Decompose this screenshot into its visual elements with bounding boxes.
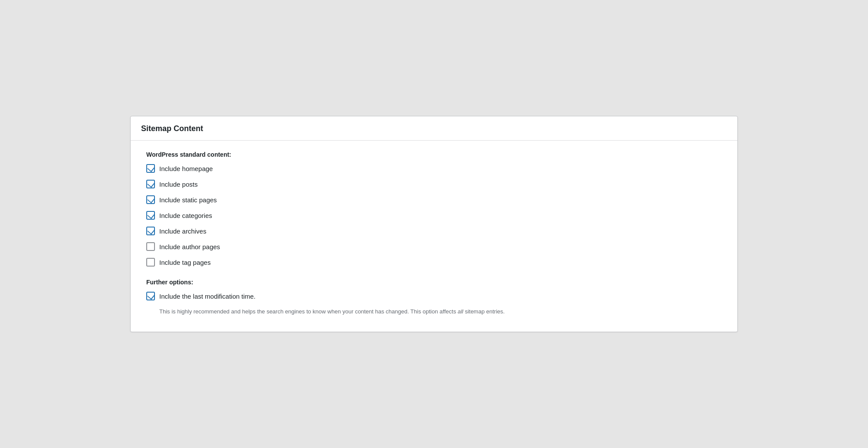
label-cb-archives[interactable]: Include archives [159, 227, 206, 235]
label-cb-posts[interactable]: Include posts [159, 181, 197, 188]
label-cb-static-pages[interactable]: Include static pages [159, 196, 217, 204]
card-body: WordPress standard content: Include home… [131, 141, 737, 332]
label-cb-homepage[interactable]: Include homepage [159, 165, 213, 172]
checkbox-cb-categories[interactable] [146, 211, 155, 220]
label-cb-author-pages[interactable]: Include author pages [159, 243, 220, 250]
card-title: Sitemap Content [141, 124, 727, 133]
further-options-list: Include the last modification time.This … [146, 292, 722, 316]
label-cb-tag-pages[interactable]: Include tag pages [159, 259, 210, 266]
checkbox-item: Include static pages [146, 195, 722, 204]
label-cb-categories[interactable]: Include categories [159, 212, 212, 219]
standard-content-label: WordPress standard content: [146, 151, 722, 158]
further-option-row: Include the last modification time. [146, 292, 722, 300]
checkbox-cb-author-pages[interactable] [146, 242, 155, 251]
checkbox-item: Include posts [146, 180, 722, 188]
sitemap-content-card: Sitemap Content WordPress standard conte… [130, 116, 738, 332]
checkbox-cb-homepage[interactable] [146, 164, 155, 173]
card-header: Sitemap Content [131, 116, 737, 141]
checkbox-item: Include homepage [146, 164, 722, 173]
further-option-item: Include the last modification time.This … [146, 292, 722, 316]
further-option-description: This is highly recommended and helps the… [159, 307, 722, 316]
checkbox-item: Include categories [146, 211, 722, 220]
checkbox-cb-static-pages[interactable] [146, 195, 155, 204]
checkbox-item: Include tag pages [146, 258, 722, 267]
checkbox-cb-last-mod[interactable] [146, 292, 155, 300]
checkbox-cb-posts[interactable] [146, 180, 155, 188]
checkbox-cb-tag-pages[interactable] [146, 258, 155, 267]
further-options-label: Further options: [146, 279, 722, 286]
label-cb-last-mod[interactable]: Include the last modification time. [159, 293, 256, 300]
checkbox-cb-archives[interactable] [146, 227, 155, 235]
checkbox-item: Include archives [146, 227, 722, 235]
checkbox-item: Include author pages [146, 242, 722, 251]
standard-content-list: Include homepageInclude postsInclude sta… [146, 164, 722, 267]
